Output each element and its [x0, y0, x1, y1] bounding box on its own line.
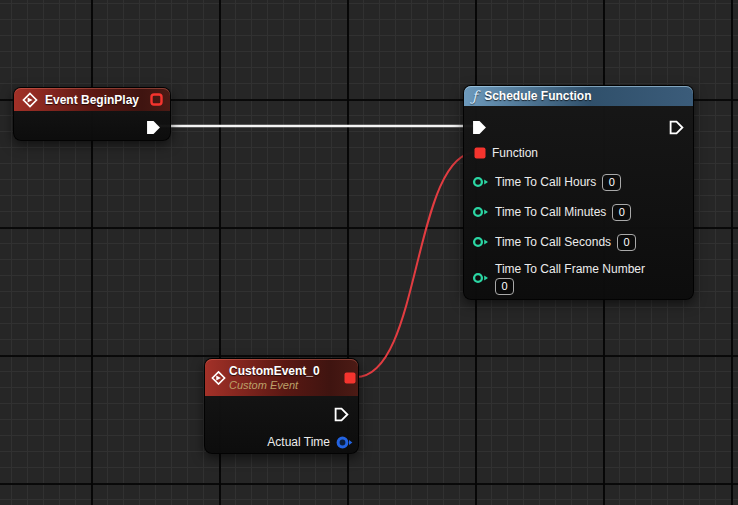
struct-pin[interactable] — [336, 436, 353, 449]
exec-out-pin[interactable] — [669, 120, 684, 135]
minutes-value-input[interactable]: 0 — [612, 204, 631, 221]
node-event-beginplay[interactable]: Event BeginPlay — [13, 87, 171, 141]
int-pin[interactable] — [472, 206, 489, 218]
blueprint-graph-canvas[interactable]: Event BeginPlay ƒ Schedule Function Fu — [0, 0, 738, 505]
int-pin[interactable] — [472, 236, 489, 248]
pin-label: Actual Time — [267, 435, 330, 449]
node-title: Event BeginPlay — [45, 93, 139, 107]
delegate-pin-icon[interactable] — [150, 93, 163, 106]
exec-out-pin[interactable] — [146, 120, 161, 135]
hours-value-input[interactable]: 0 — [602, 174, 621, 191]
pin-row-frame-number: Time To Call Frame Number 0 — [472, 258, 645, 298]
pin-row-seconds: Time To Call Seconds 0 — [472, 230, 636, 254]
pin-label: Time To Call Seconds — [495, 235, 611, 249]
pin-row-hours: Time To Call Hours 0 — [472, 170, 621, 194]
event-diamond-icon — [211, 370, 226, 385]
pin-label: Time To Call Hours — [495, 175, 596, 189]
event-diamond-icon — [22, 92, 38, 108]
function-f-icon: ƒ — [472, 89, 477, 103]
event-beginplay-header[interactable]: Event BeginPlay — [14, 88, 170, 111]
schedule-function-header[interactable]: ƒ Schedule Function — [464, 86, 693, 106]
node-subtitle: Custom Event — [229, 379, 298, 391]
seconds-value-input[interactable]: 0 — [617, 234, 636, 251]
int-pin[interactable] — [472, 176, 489, 188]
node-title: Schedule Function — [484, 89, 591, 103]
custom-event-header[interactable]: CustomEvent_0 Custom Event — [205, 359, 358, 396]
node-custom-event-0[interactable]: CustomEvent_0 Custom Event Actual Time — [204, 358, 359, 454]
pin-row-function: Function — [474, 141, 538, 165]
delegate-pin[interactable] — [474, 147, 486, 159]
pin-label: Time To Call Frame Number — [495, 262, 645, 276]
pin-label: Time To Call Minutes — [495, 205, 606, 219]
int-pin[interactable] — [472, 272, 489, 284]
frame-number-value-input[interactable]: 0 — [495, 278, 514, 295]
pin-row-minutes: Time To Call Minutes 0 — [472, 200, 631, 224]
node-schedule-function[interactable]: ƒ Schedule Function Function Time To Cal… — [463, 85, 694, 300]
pin-label: Function — [492, 146, 538, 160]
delegate-wire-customevent-to-function[interactable] — [356, 152, 477, 377]
pin-row-actual-time: Actual Time — [267, 430, 353, 454]
exec-out-pin[interactable] — [334, 407, 349, 422]
exec-in-pin[interactable] — [472, 120, 487, 135]
node-title: CustomEvent_0 — [229, 364, 320, 378]
delegate-out-pin[interactable] — [344, 372, 356, 384]
